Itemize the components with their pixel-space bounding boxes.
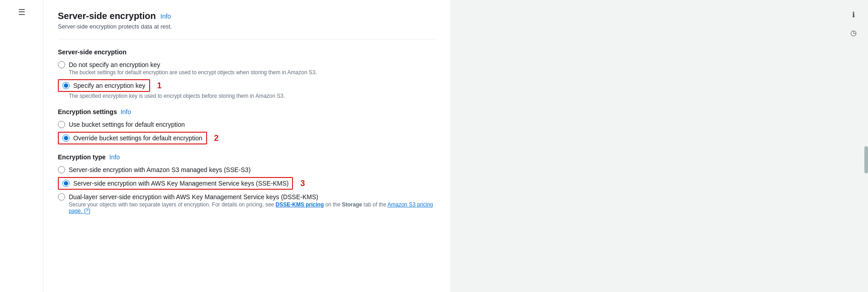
s3-pricing-page-link[interactable]: Amazon S3 pricing page.: [69, 201, 433, 214]
sse-specify-key-desc: The specified encryption key is used to …: [69, 93, 436, 99]
enc-sse-kms-highlight: Server-side encryption with AWS Key Mana…: [58, 177, 293, 190]
enc-override-bucket-highlight: Override bucket settings for default enc…: [58, 132, 207, 144]
right-icons-panel: ℹ ◷: [846, 7, 861, 40]
section-divider-1: [58, 39, 436, 39]
annotation-3: 3: [300, 179, 305, 188]
enc-override-bucket-label: Override bucket settings for default enc…: [73, 134, 203, 142]
sse-no-key-desc: The bucket settings for default encrypti…: [69, 69, 436, 76]
enc-settings-section: Encryption settings Info Use bucket sett…: [58, 108, 436, 144]
sse-specify-key-highlight: Specify an encryption key: [58, 79, 150, 92]
enc-sse-s3-option: Server-side encryption with Amazon S3 ma…: [58, 166, 436, 173]
enc-override-bucket-radio[interactable]: [62, 134, 70, 142]
enc-sse-kms-option: Server-side encryption with AWS Key Mana…: [58, 177, 436, 190]
enc-dsse-kms-option: Dual-layer server-side encryption with A…: [58, 193, 436, 214]
enc-sse-kms-radio[interactable]: [62, 180, 70, 187]
enc-override-bucket-option: Override bucket settings for default enc…: [58, 132, 436, 144]
panel-info-link[interactable]: Info: [160, 13, 171, 20]
sse-specify-key-radio[interactable]: [62, 82, 70, 89]
enc-use-bucket-row: Use bucket settings for default encrypti…: [58, 121, 436, 128]
enc-use-bucket-label: Use bucket settings for default encrypti…: [69, 121, 185, 128]
scrollbar-track[interactable]: [864, 0, 868, 292]
enc-sse-s3-radio[interactable]: [58, 166, 65, 173]
sse-no-key-row: Do not specify an encryption key: [58, 61, 436, 68]
sidebar: ☰: [0, 0, 43, 292]
history-icon-btn[interactable]: ◷: [846, 25, 861, 40]
app-layout: ☰ Server-side encryption Info Server-sid…: [0, 0, 868, 292]
storage-tab-text: Storage: [342, 201, 362, 208]
panel-title: Server-side encryption: [58, 11, 156, 21]
enc-dsse-kms-radio[interactable]: [58, 193, 65, 201]
enc-settings-title-row: Encryption settings Info: [58, 108, 436, 115]
sse-option-no-key: Do not specify an encryption key The buc…: [58, 61, 436, 76]
enc-type-radio-group: Server-side encryption with Amazon S3 ma…: [58, 166, 436, 214]
scrollbar-thumb[interactable]: [864, 146, 868, 173]
panel-header: Server-side encryption Info: [58, 11, 436, 21]
enc-type-info-link[interactable]: Info: [109, 153, 120, 161]
annotation-1: 1: [157, 81, 162, 91]
hamburger-icon[interactable]: ☰: [18, 7, 25, 17]
annotation-2: 2: [214, 134, 219, 143]
enc-dsse-kms-row: Dual-layer server-side encryption with A…: [58, 193, 436, 201]
sse-section: Server-side encryption Do not specify an…: [58, 48, 436, 99]
enc-settings-info-link[interactable]: Info: [121, 108, 131, 115]
enc-sse-s3-row: Server-side encryption with Amazon S3 ma…: [58, 166, 436, 173]
enc-sse-s3-label: Server-side encryption with Amazon S3 ma…: [69, 166, 250, 173]
external-link-icon: [85, 209, 90, 214]
enc-use-bucket-option: Use bucket settings for default encrypti…: [58, 121, 436, 128]
enc-settings-title: Encryption settings: [58, 108, 117, 115]
sse-radio-group: Do not specify an encryption key The buc…: [58, 61, 436, 99]
enc-dsse-kms-label: Dual-layer server-side encryption with A…: [69, 193, 318, 201]
enc-sse-kms-label: Server-side encryption with AWS Key Mana…: [73, 180, 288, 187]
info-icon-btn[interactable]: ℹ: [846, 7, 861, 22]
enc-sse-kms-row: Server-side encryption with AWS Key Mana…: [58, 177, 436, 190]
panel-subtitle: Server-side encryption protects data at …: [58, 23, 436, 30]
enc-dsse-kms-desc: Secure your objects with two separate la…: [69, 201, 436, 214]
main-content: Server-side encryption Info Server-side …: [43, 0, 868, 292]
sse-specify-key-row: Specify an encryption key 1: [58, 79, 436, 92]
sse-section-title: Server-side encryption: [58, 48, 436, 56]
enc-type-title-row: Encryption type Info: [58, 153, 436, 161]
sse-no-key-radio[interactable]: [58, 61, 65, 68]
sse-option-specify-key: Specify an encryption key 1 The specifie…: [58, 79, 436, 99]
content-panel: Server-side encryption Info Server-side …: [43, 0, 450, 292]
enc-settings-radio-group: Use bucket settings for default encrypti…: [58, 121, 436, 144]
enc-type-section: Encryption type Info Server-side encrypt…: [58, 153, 436, 214]
sse-no-key-label: Do not specify an encryption key: [69, 61, 160, 68]
enc-override-bucket-row: Override bucket settings for default enc…: [58, 132, 436, 144]
dsse-kms-pricing-link[interactable]: DSSE-KMS pricing: [276, 201, 324, 208]
enc-use-bucket-radio[interactable]: [58, 121, 65, 128]
sse-specify-key-label: Specify an encryption key: [73, 82, 146, 89]
enc-type-title: Encryption type: [58, 153, 106, 161]
